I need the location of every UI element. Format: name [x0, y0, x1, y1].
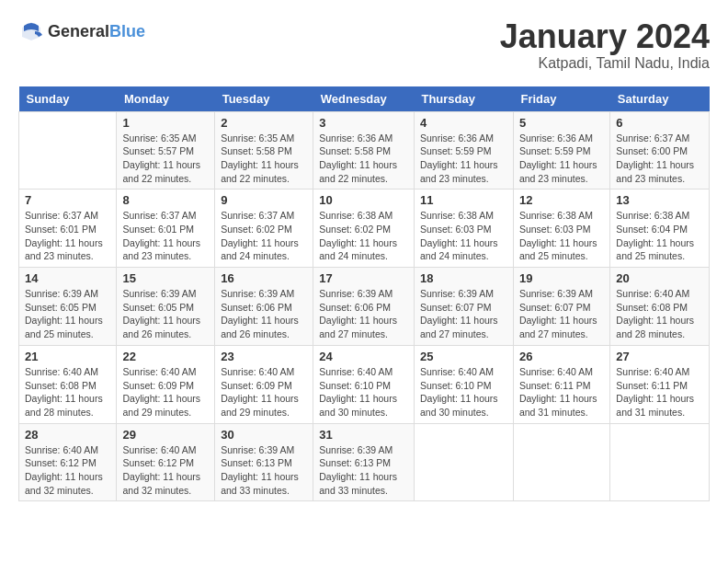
day-number: 27 [616, 350, 703, 363]
calendar-cell [414, 423, 513, 501]
day-number: 17 [319, 271, 408, 285]
logo: GeneralBlue [18, 18, 145, 44]
day-number: 2 [221, 116, 307, 130]
page-header: GeneralBlue January 2024 Katpadi, Tamil … [18, 18, 710, 72]
calendar-cell: 30Sunrise: 6:39 AM Sunset: 6:13 PM Dayli… [215, 423, 313, 501]
day-number: 15 [122, 271, 209, 285]
day-detail: Sunrise: 6:37 AM Sunset: 6:01 PM Dayligh… [122, 209, 209, 263]
calendar-cell: 12Sunrise: 6:38 AM Sunset: 6:03 PM Dayli… [513, 190, 609, 268]
week-row-0: 1Sunrise: 6:35 AM Sunset: 5:57 PM Daylig… [19, 111, 710, 190]
day-detail: Sunrise: 6:37 AM Sunset: 6:01 PM Dayligh… [25, 209, 110, 263]
day-detail: Sunrise: 6:39 AM Sunset: 6:13 PM Dayligh… [319, 443, 408, 498]
calendar-cell: 2Sunrise: 6:35 AM Sunset: 5:58 PM Daylig… [215, 111, 313, 190]
calendar-cell: 9Sunrise: 6:37 AM Sunset: 6:02 PM Daylig… [215, 190, 313, 268]
day-detail: Sunrise: 6:40 AM Sunset: 6:08 PM Dayligh… [616, 287, 703, 341]
header-friday: Friday [513, 86, 609, 112]
day-number: 28 [25, 428, 110, 442]
calendar-cell: 24Sunrise: 6:40 AM Sunset: 6:10 PM Dayli… [313, 345, 415, 423]
day-number: 1 [122, 116, 209, 130]
day-detail: Sunrise: 6:36 AM Sunset: 5:59 PM Dayligh… [519, 132, 604, 186]
day-number: 31 [319, 428, 408, 442]
day-detail: Sunrise: 6:40 AM Sunset: 6:09 PM Dayligh… [221, 365, 307, 419]
calendar-cell: 18Sunrise: 6:39 AM Sunset: 6:07 PM Dayli… [414, 268, 513, 346]
day-detail: Sunrise: 6:40 AM Sunset: 6:10 PM Dayligh… [420, 365, 507, 419]
day-number: 14 [25, 271, 110, 285]
calendar-table: SundayMondayTuesdayWednesdayThursdayFrid… [18, 86, 710, 502]
day-number: 5 [519, 116, 604, 130]
calendar-cell: 11Sunrise: 6:38 AM Sunset: 6:03 PM Dayli… [414, 190, 513, 268]
day-number: 26 [519, 350, 604, 363]
day-number: 24 [319, 350, 408, 363]
calendar-cell [513, 423, 609, 501]
week-row-1: 7Sunrise: 6:37 AM Sunset: 6:01 PM Daylig… [19, 190, 710, 268]
day-detail: Sunrise: 6:39 AM Sunset: 6:07 PM Dayligh… [420, 287, 507, 341]
day-detail: Sunrise: 6:37 AM Sunset: 6:00 PM Dayligh… [616, 132, 703, 186]
calendar-cell: 25Sunrise: 6:40 AM Sunset: 6:10 PM Dayli… [414, 345, 513, 423]
day-number: 23 [221, 350, 307, 363]
calendar-cell [19, 111, 117, 190]
page-subtitle: Katpadi, Tamil Nadu, India [500, 55, 710, 72]
day-detail: Sunrise: 6:40 AM Sunset: 6:08 PM Dayligh… [25, 365, 110, 419]
calendar-cell: 22Sunrise: 6:40 AM Sunset: 6:09 PM Dayli… [117, 345, 215, 423]
day-detail: Sunrise: 6:37 AM Sunset: 6:02 PM Dayligh… [221, 209, 307, 263]
header-saturday: Saturday [610, 86, 710, 112]
header-wednesday: Wednesday [313, 86, 415, 112]
header-monday: Monday [117, 86, 215, 112]
calendar-cell: 1Sunrise: 6:35 AM Sunset: 5:57 PM Daylig… [117, 111, 215, 190]
calendar-cell: 20Sunrise: 6:40 AM Sunset: 6:08 PM Dayli… [610, 268, 710, 346]
day-number: 13 [616, 193, 703, 207]
week-row-3: 21Sunrise: 6:40 AM Sunset: 6:08 PM Dayli… [19, 345, 710, 423]
day-detail: Sunrise: 6:40 AM Sunset: 6:11 PM Dayligh… [519, 365, 604, 419]
day-number: 7 [25, 193, 110, 207]
day-detail: Sunrise: 6:39 AM Sunset: 6:06 PM Dayligh… [319, 287, 408, 341]
calendar-cell: 23Sunrise: 6:40 AM Sunset: 6:09 PM Dayli… [215, 345, 313, 423]
day-number: 11 [420, 193, 507, 207]
day-detail: Sunrise: 6:36 AM Sunset: 5:58 PM Dayligh… [319, 132, 408, 186]
day-number: 3 [319, 116, 408, 130]
day-detail: Sunrise: 6:38 AM Sunset: 6:02 PM Dayligh… [319, 209, 408, 263]
day-number: 21 [25, 350, 110, 363]
calendar-cell: 8Sunrise: 6:37 AM Sunset: 6:01 PM Daylig… [117, 190, 215, 268]
calendar-cell: 31Sunrise: 6:39 AM Sunset: 6:13 PM Dayli… [313, 423, 415, 501]
header-thursday: Thursday [414, 86, 513, 112]
calendar-cell: 19Sunrise: 6:39 AM Sunset: 6:07 PM Dayli… [513, 268, 609, 346]
calendar-cell [610, 423, 710, 501]
week-row-4: 28Sunrise: 6:40 AM Sunset: 6:12 PM Dayli… [19, 423, 710, 501]
day-detail: Sunrise: 6:39 AM Sunset: 6:13 PM Dayligh… [221, 443, 307, 498]
day-detail: Sunrise: 6:39 AM Sunset: 6:06 PM Dayligh… [221, 287, 307, 341]
day-detail: Sunrise: 6:38 AM Sunset: 6:03 PM Dayligh… [420, 209, 507, 263]
calendar-cell: 3Sunrise: 6:36 AM Sunset: 5:58 PM Daylig… [313, 111, 415, 190]
calendar-cell: 15Sunrise: 6:39 AM Sunset: 6:05 PM Dayli… [117, 268, 215, 346]
header-sunday: Sunday [19, 86, 117, 112]
day-detail: Sunrise: 6:36 AM Sunset: 5:59 PM Dayligh… [420, 132, 507, 186]
week-row-2: 14Sunrise: 6:39 AM Sunset: 6:05 PM Dayli… [19, 268, 710, 346]
day-number: 25 [420, 350, 507, 363]
calendar-cell: 27Sunrise: 6:40 AM Sunset: 6:11 PM Dayli… [610, 345, 710, 423]
day-number: 20 [616, 271, 703, 285]
day-detail: Sunrise: 6:40 AM Sunset: 6:12 PM Dayligh… [25, 443, 110, 498]
calendar-cell: 5Sunrise: 6:36 AM Sunset: 5:59 PM Daylig… [513, 111, 609, 190]
calendar-cell: 10Sunrise: 6:38 AM Sunset: 6:02 PM Dayli… [313, 190, 415, 268]
day-number: 30 [221, 428, 307, 442]
day-number: 18 [420, 271, 507, 285]
calendar-cell: 21Sunrise: 6:40 AM Sunset: 6:08 PM Dayli… [19, 345, 117, 423]
day-number: 4 [420, 116, 507, 130]
day-detail: Sunrise: 6:38 AM Sunset: 6:04 PM Dayligh… [616, 209, 703, 263]
logo-blue-text: Blue [109, 22, 145, 40]
calendar-cell: 28Sunrise: 6:40 AM Sunset: 6:12 PM Dayli… [19, 423, 117, 501]
day-number: 6 [616, 116, 703, 130]
day-detail: Sunrise: 6:40 AM Sunset: 6:11 PM Dayligh… [616, 365, 703, 419]
calendar-cell: 7Sunrise: 6:37 AM Sunset: 6:01 PM Daylig… [19, 190, 117, 268]
day-number: 19 [519, 271, 604, 285]
day-detail: Sunrise: 6:35 AM Sunset: 5:57 PM Dayligh… [122, 132, 209, 186]
calendar-cell: 14Sunrise: 6:39 AM Sunset: 6:05 PM Dayli… [19, 268, 117, 346]
calendar-cell: 4Sunrise: 6:36 AM Sunset: 5:59 PM Daylig… [414, 111, 513, 190]
calendar-body: 1Sunrise: 6:35 AM Sunset: 5:57 PM Daylig… [19, 111, 710, 501]
day-number: 9 [221, 193, 307, 207]
day-number: 10 [319, 193, 408, 207]
day-detail: Sunrise: 6:39 AM Sunset: 6:07 PM Dayligh… [519, 287, 604, 341]
day-number: 12 [519, 193, 604, 207]
calendar-cell: 13Sunrise: 6:38 AM Sunset: 6:04 PM Dayli… [610, 190, 710, 268]
title-block: January 2024 Katpadi, Tamil Nadu, India [500, 18, 710, 72]
day-detail: Sunrise: 6:40 AM Sunset: 6:12 PM Dayligh… [122, 443, 209, 498]
